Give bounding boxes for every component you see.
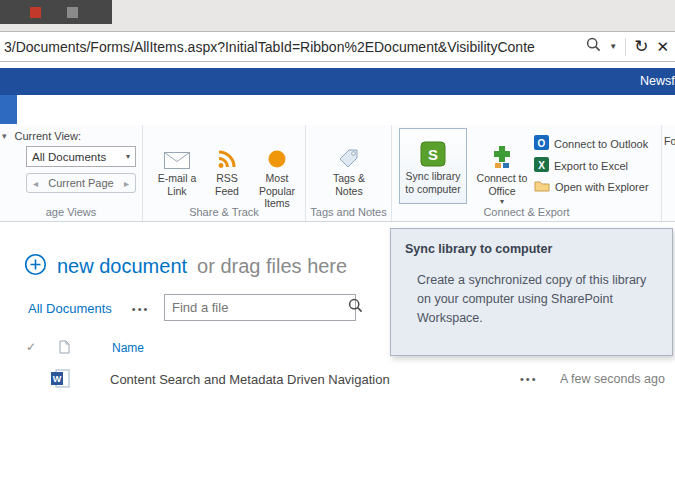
view-more-menu[interactable]: •••: [132, 303, 150, 315]
document-modified-value: A few seconds ago: [560, 372, 665, 386]
connect-to-outlook-button[interactable]: O Connect to Outlook: [534, 135, 648, 152]
stop-icon[interactable]: ✕: [656, 38, 669, 56]
url-text[interactable]: 3/Documents/Forms/AllItems.aspx?InitialT…: [4, 39, 586, 55]
chevron-down-icon: ▾: [126, 152, 130, 161]
document-more-menu[interactable]: •••: [520, 373, 538, 385]
table-row[interactable]: W Content Search and Metadata Driven Nav…: [0, 366, 675, 394]
ribbon-group-connect-export: S Sync library to computer Connect to Of…: [392, 125, 662, 221]
svg-text:O: O: [538, 138, 546, 149]
ribbon: ▾ Current View: All Documents ▾ ◂ Curren…: [0, 125, 675, 222]
email-a-link-button[interactable]: E-mail a Link: [149, 139, 205, 197]
svg-text:W: W: [53, 374, 62, 384]
newsfeed-link[interactable]: Newsf: [640, 74, 675, 88]
ribbon-group-share-track: E-mail a Link RSS Feed Most Popular Item…: [143, 125, 306, 221]
email-a-link-label: E-mail a Link: [149, 172, 205, 197]
refresh-icon[interactable]: ↻: [634, 36, 648, 57]
search-icon[interactable]: [586, 37, 601, 56]
ribbon-cut-label: Fo: [664, 135, 675, 147]
view-select-value: All Documents: [32, 151, 106, 163]
new-document-button[interactable]: new document or drag files here: [24, 253, 347, 280]
connect-to-office-label: Connect to Office: [472, 172, 532, 197]
browser-top-strip: [0, 0, 675, 31]
suite-bar: Newsf: [0, 68, 675, 95]
previous-page-icon[interactable]: ◂: [33, 178, 38, 189]
url-dropdown-icon[interactable]: ▼: [609, 42, 617, 51]
divider: [625, 38, 626, 56]
view-selector-row: All Documents •••: [28, 301, 149, 316]
most-popular-items-label: Most Popular Items: [249, 172, 305, 210]
select-all-checkmark[interactable]: ✓: [26, 340, 36, 354]
tags-notes-button[interactable]: Tags & Notes: [320, 139, 378, 197]
background-window-fragment: [0, 0, 112, 24]
window-fragment-icon: [67, 7, 78, 18]
group-label-connect-export: Connect & Export: [392, 206, 661, 218]
file-type-column-icon[interactable]: [59, 340, 70, 358]
connect-to-office-button[interactable]: Connect to Office ▾: [472, 139, 532, 207]
view-tab-all-documents[interactable]: All Documents: [28, 301, 112, 316]
rss-icon: [217, 139, 237, 169]
view-select-dropdown[interactable]: All Documents ▾: [26, 146, 136, 167]
current-view-label: Current View:: [15, 130, 81, 142]
word-document-icon: W: [51, 369, 70, 392]
ribbon-group-manage-views: ▾ Current View: All Documents ▾ ◂ Curren…: [0, 125, 143, 221]
rss-feed-label: RSS Feed: [205, 172, 249, 197]
tags-notes-label: Tags & Notes: [320, 172, 378, 197]
green-plus-icon: [490, 139, 514, 169]
sync-library-button[interactable]: S Sync library to computer: [399, 128, 467, 204]
column-header-name[interactable]: Name: [112, 341, 144, 355]
window-fragment-icon: [30, 7, 41, 18]
sharepoint-workspace-icon: S: [420, 137, 446, 167]
page-navigation[interactable]: ◂ Current Page ▸: [26, 173, 136, 193]
find-a-file-searchbox[interactable]: [164, 294, 356, 321]
most-popular-items-button[interactable]: Most Popular Items: [249, 139, 305, 210]
new-document-label[interactable]: new document: [57, 255, 187, 278]
page-nav-label: Current Page: [48, 177, 113, 189]
popular-circle-icon: [267, 139, 287, 169]
document-title-link[interactable]: Content Search and Metadata Driven Navig…: [110, 372, 390, 387]
export-to-excel-label: Export to Excel: [554, 160, 628, 172]
search-icon[interactable]: [348, 298, 363, 317]
rss-feed-button[interactable]: RSS Feed: [205, 139, 249, 197]
chevron-down-icon[interactable]: ▾: [2, 131, 7, 141]
group-label-manage-views: age Views: [0, 206, 142, 218]
ribbon-group-tags-notes: Tags & Notes Tags and Notes: [306, 125, 392, 221]
connect-to-outlook-label: Connect to Outlook: [554, 138, 648, 150]
open-with-explorer-label: Open with Explorer: [555, 181, 649, 193]
envelope-icon: [164, 139, 190, 169]
sync-library-tooltip: Sync library to computer Create a synchr…: [390, 228, 673, 356]
tooltip-body: Create a synchronized copy of this libra…: [417, 271, 649, 327]
open-with-explorer-button[interactable]: Open with Explorer: [534, 179, 649, 194]
outlook-icon: O: [534, 135, 549, 152]
tooltip-title: Sync library to computer: [405, 242, 658, 256]
tag-icon: [337, 139, 361, 169]
next-page-icon[interactable]: ▸: [124, 178, 129, 189]
group-label-share-track: Share & Track: [143, 206, 305, 218]
svg-text:S: S: [428, 146, 438, 163]
drag-files-hint: or drag files here: [197, 255, 347, 278]
sync-library-label: Sync library to computer: [400, 170, 466, 195]
export-to-excel-button[interactable]: X Export to Excel: [534, 157, 628, 174]
suite-bar-tile: [0, 95, 17, 124]
group-label-tags-notes: Tags and Notes: [306, 206, 391, 218]
plus-circle-icon: [24, 253, 47, 280]
svg-text:X: X: [538, 160, 545, 171]
address-bar[interactable]: 3/Documents/Forms/AllItems.aspx?InitialT…: [0, 31, 675, 62]
folder-icon: [534, 179, 550, 194]
current-view-row: ▾ Current View:: [2, 130, 81, 142]
excel-icon: X: [534, 157, 549, 174]
search-input[interactable]: [172, 300, 348, 315]
